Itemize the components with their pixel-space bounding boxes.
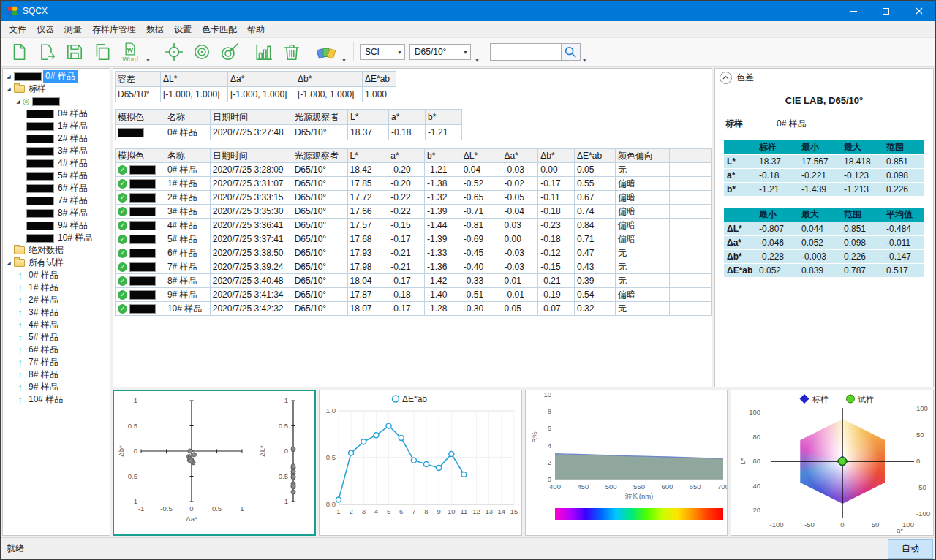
samples-header-cell[interactable]: 颜色偏向 (615, 149, 669, 163)
tree-standard-sample[interactable]: 0# 样品 (3, 107, 110, 120)
tree-trial-sample[interactable]: ↑3# 样品 (3, 306, 110, 319)
scatter-point[interactable] (189, 458, 193, 463)
standard-header-cell[interactable]: b* (426, 110, 462, 125)
line-point[interactable] (361, 439, 366, 444)
chart-scatter-delta-ab[interactable]: -1-0.500.5110.50-0.5-1Δa*Δb*10.50-0.5-1Δ… (113, 390, 316, 536)
search-input[interactable] (490, 43, 562, 61)
collapse-panel-button[interactable] (720, 72, 732, 84)
line-point[interactable] (423, 462, 429, 467)
measure-standard-button[interactable] (189, 39, 215, 65)
menu-item[interactable]: 测量 (59, 21, 87, 38)
menu-item[interactable]: 帮助 (242, 21, 270, 38)
menu-item[interactable]: 色卡匹配 (197, 21, 242, 38)
samples-header-cell[interactable]: 日期时间 (210, 149, 292, 163)
standard-header-cell[interactable]: 日期时间 (211, 110, 292, 125)
tree-trial-sample[interactable]: ↑0# 样品 (3, 269, 110, 281)
maximize-button[interactable] (869, 1, 902, 21)
line-point[interactable] (399, 436, 404, 441)
sample-row[interactable]: ✓9# 样品2020/7/25 3:41:34D65/10°17.87-0.18… (116, 288, 712, 302)
toolbar-overflow-caret[interactable]: ▼ (146, 58, 151, 63)
calibrate-button[interactable] (161, 39, 187, 65)
samples-header-cell[interactable]: 模拟色 (116, 149, 165, 163)
samples-header-cell[interactable]: b* (425, 149, 461, 163)
menu-item[interactable]: 存样库管理 (87, 21, 141, 38)
new-document-button[interactable] (6, 39, 32, 65)
tree-standard-sample[interactable]: 6# 样品 (3, 182, 110, 194)
line-point[interactable] (436, 466, 441, 471)
samples-header-cell[interactable]: Δb* (538, 149, 575, 163)
tree-trial-sample[interactable]: ↑4# 样品 (3, 319, 110, 331)
tree-standard-sample[interactable]: 4# 样品 (3, 157, 110, 170)
tree-standard-sample[interactable]: 7# 样品 (3, 194, 110, 207)
menu-item[interactable]: 仪器 (31, 21, 59, 38)
strip-point[interactable] (291, 447, 295, 451)
illuminant-dropdown[interactable]: D65/10°▼ (410, 44, 471, 60)
tree-folder-standards[interactable]: ◢标样 (3, 83, 110, 95)
sample-row[interactable]: ✓8# 样品2020/7/25 3:40:48D65/10°18.04-0.17… (116, 274, 712, 288)
sample-row[interactable]: ✓7# 样品2020/7/25 3:39:24D65/10°17.98-0.21… (116, 260, 712, 274)
sample-row[interactable]: ✓2# 样品2020/7/25 3:33:15D65/10°17.72-0.22… (116, 191, 712, 205)
tree-trial-sample[interactable]: ↑10# 样品 (3, 393, 110, 406)
chart-delta-e-trend[interactable]: ΔE*ab0.00.51.0123456789101112131415 (319, 390, 522, 536)
tree-standard-sample[interactable]: 2# 样品 (3, 132, 110, 145)
minimize-button[interactable] (837, 1, 869, 21)
strip-point[interactable] (291, 490, 295, 494)
toolbar-overflow-caret[interactable]: ▼ (341, 58, 347, 63)
line-point[interactable] (411, 458, 416, 463)
menu-item[interactable]: 设置 (169, 21, 197, 38)
line-point[interactable] (386, 423, 391, 428)
strip-point[interactable] (291, 464, 295, 469)
line-point[interactable] (348, 450, 353, 455)
tree-standard-sample[interactable]: 3# 样品 (3, 145, 110, 157)
export-word-button[interactable]: Word (117, 39, 143, 65)
samples-header-cell[interactable]: ΔL* (461, 149, 502, 163)
tree-trial-sample[interactable]: ↑5# 样品 (3, 331, 110, 344)
color-simulation-button[interactable] (313, 39, 339, 65)
toolbar-overflow-caret[interactable]: ▼ (582, 58, 587, 63)
samples-header-cell[interactable]: 名称 (165, 149, 210, 163)
search-button[interactable] (562, 43, 581, 61)
standard-header-cell[interactable]: L* (348, 110, 389, 125)
sample-row[interactable]: ✓1# 样品2020/7/25 3:31:07D65/10°17.85-0.20… (116, 177, 712, 191)
open-document-button[interactable] (34, 39, 60, 65)
copy-button[interactable] (89, 39, 116, 65)
line-point[interactable] (461, 472, 467, 477)
tree-standard-sample[interactable]: 8# 样品 (3, 207, 110, 219)
tree-trial-sample[interactable]: ↑2# 样品 (3, 294, 110, 306)
samples-header-cell[interactable]: L* (347, 149, 388, 163)
samples-header-cell[interactable]: ΔE*ab (575, 149, 616, 163)
tree-folder-trials[interactable]: ◢所有试样 (3, 257, 110, 269)
trial-point[interactable] (839, 458, 847, 466)
data-chart-button[interactable] (251, 39, 277, 65)
sample-row[interactable]: ✓3# 样品2020/7/25 3:35:30D65/10°17.66-0.22… (116, 205, 712, 219)
tolerance-header-cell[interactable]: ΔL* (161, 72, 228, 87)
strip-point[interactable] (291, 484, 295, 488)
tolerance-header-cell[interactable]: Δa* (228, 72, 295, 87)
samples-header-cell[interactable]: 光源观察者 (292, 149, 347, 163)
strip-point[interactable] (291, 474, 295, 479)
menu-item[interactable]: 数据 (141, 21, 169, 38)
tree-current-standard[interactable]: ◢0# 样品 (3, 70, 110, 83)
line-point[interactable] (449, 451, 454, 456)
sample-row[interactable]: ✓0# 样品2020/7/25 3:28:09D65/10°18.42-0.20… (116, 163, 712, 177)
auto-mode-button[interactable]: 自动 (888, 539, 933, 559)
tolerance-header-cell[interactable]: ΔE*ab (363, 72, 396, 87)
toolbar-overflow-caret[interactable]: ▼ (475, 58, 480, 63)
tree-standard-sample[interactable]: 10# 样品 (3, 232, 110, 244)
tree-standard-node[interactable]: ◢◎ (3, 95, 110, 107)
measure-sample-button[interactable] (216, 39, 243, 65)
sample-row[interactable]: ✓6# 样品2020/7/25 3:38:50D65/10°17.93-0.21… (116, 246, 712, 260)
scatter-point[interactable] (192, 453, 197, 457)
tree-trial-sample[interactable]: ↑9# 样品 (3, 381, 110, 393)
standard-header-cell[interactable]: a* (389, 110, 426, 125)
sample-row[interactable]: ✓10# 样品2020/7/25 3:42:32D65/10°18.07-0.1… (116, 302, 712, 316)
chart-lab-gamut[interactable]: 标样试样10080604020L*100500-50-100-100-50050… (731, 390, 934, 536)
mode-dropdown[interactable]: SCI▼ (360, 44, 405, 60)
samples-header-cell[interactable]: Δa* (502, 149, 538, 163)
save-button[interactable] (61, 39, 88, 65)
tree-trial-sample[interactable]: ↑8# 样品 (3, 368, 110, 381)
samples-header-cell[interactable]: a* (388, 149, 425, 163)
tree-trial-sample[interactable]: ↑7# 样品 (3, 356, 110, 368)
sample-row[interactable]: ✓5# 样品2020/7/25 3:37:41D65/10°17.68-0.17… (116, 232, 712, 246)
tolerance-header-cell[interactable]: 容差 (116, 72, 161, 87)
